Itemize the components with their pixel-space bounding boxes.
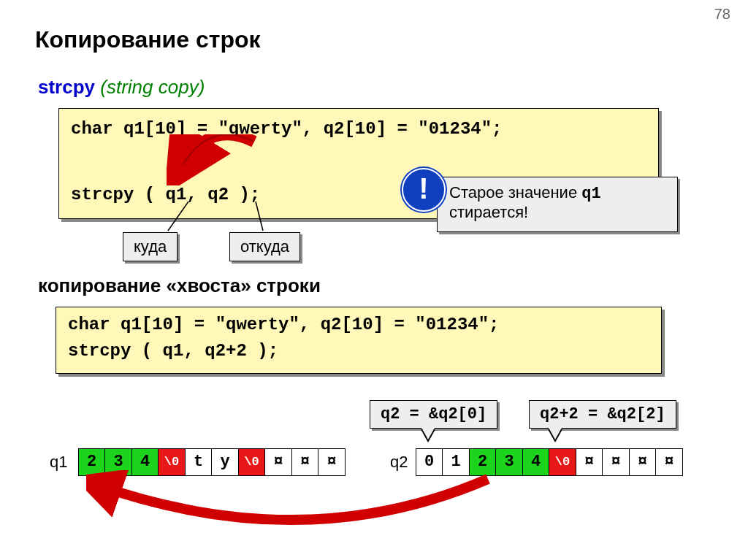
memory-cell: ¤ (655, 448, 683, 476)
note-q1: q1 (581, 185, 600, 203)
code-block-2: char q1[10] = "qwerty", q2[10] = "01234"… (56, 307, 662, 374)
strip2-label: q2 (390, 453, 408, 472)
bubble-tail-icon (548, 426, 562, 440)
note-text1: Старое значение (449, 183, 581, 202)
red-arrow-icon (167, 134, 283, 185)
slide-title: Копирование строк (35, 26, 260, 53)
note-text2: стирается! (449, 203, 528, 221)
memory-cell: ¤ (576, 448, 603, 476)
mid-heading: копирование «хвоста» строки (38, 275, 321, 297)
code2-line2: strcpy ( q1, q2+2 ); (68, 341, 278, 361)
bubble-q2plus2: q2+2 = &q2[2] (529, 400, 676, 429)
memory-cell: \0 (549, 448, 576, 476)
svg-line-0 (168, 202, 188, 231)
subtitle-fn: strcpy (38, 76, 95, 98)
subtitle: strcpy (string copy) (38, 76, 205, 99)
code2-line1: char q1[10] = "qwerty", q2[10] = "01234"… (68, 315, 500, 334)
exclamation-icon: ! (402, 168, 446, 212)
subtitle-desc: (string copy) (100, 76, 205, 98)
svg-line-1 (256, 202, 263, 231)
memory-cell: ¤ (602, 448, 630, 476)
note-box: Старое значение q1 стирается! (437, 177, 678, 232)
bottom-red-arrow-icon (86, 470, 546, 536)
page-number: 78 (714, 6, 730, 23)
bubble-tail-icon (421, 426, 435, 440)
label-otkuda: откуда (229, 232, 300, 261)
memory-cell: ¤ (629, 448, 657, 476)
bubble-q2: q2 = &q2[0] (370, 400, 497, 429)
strip1-label: q1 (50, 453, 67, 472)
label-kuda: куда (123, 232, 178, 261)
code1-line1: char q1[10] = "qwerty", q2[10] = "01234"… (71, 119, 503, 139)
